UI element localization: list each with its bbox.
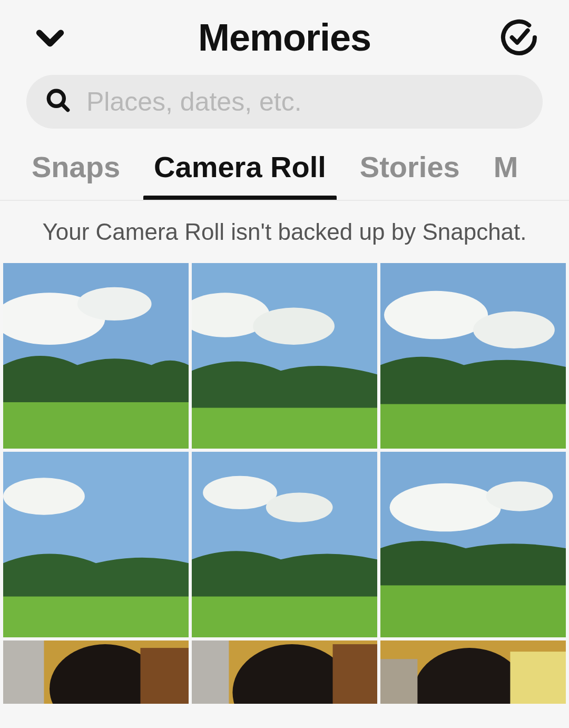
chevron-down-icon[interactable] [26, 19, 74, 56]
header: Memories [0, 0, 569, 70]
page-title: Memories [74, 16, 495, 59]
search-bar[interactable] [26, 75, 543, 129]
photo-thumbnail[interactable] [380, 263, 566, 449]
tab-snaps[interactable]: Snaps [32, 150, 120, 200]
svg-rect-35 [510, 652, 566, 704]
tab-camera-roll[interactable]: Camera Roll [154, 150, 326, 200]
search-icon [45, 88, 72, 116]
svg-point-18 [203, 476, 277, 509]
svg-point-22 [390, 483, 501, 532]
search-container [0, 70, 569, 139]
svg-point-12 [473, 312, 555, 348]
svg-rect-32 [333, 644, 377, 704]
photo-thumbnail[interactable] [192, 640, 377, 704]
photo-thumbnail[interactable] [3, 452, 189, 637]
checkmark-circle-icon[interactable] [495, 16, 543, 59]
search-input[interactable] [86, 86, 524, 117]
svg-rect-36 [380, 659, 417, 704]
photo-grid [0, 263, 569, 704]
photo-thumbnail[interactable] [192, 263, 377, 449]
svg-rect-20 [192, 597, 377, 637]
photo-thumbnail[interactable] [3, 640, 189, 704]
svg-point-8 [253, 307, 335, 344]
svg-line-1 [62, 104, 67, 110]
tab-more-partial[interactable]: M [494, 150, 518, 200]
svg-rect-24 [380, 585, 566, 637]
photo-thumbnail[interactable] [380, 640, 566, 704]
svg-point-23 [486, 481, 553, 511]
svg-point-19 [266, 492, 333, 522]
tab-stories[interactable]: Stories [360, 150, 460, 200]
svg-point-15 [3, 478, 85, 515]
svg-rect-13 [380, 404, 566, 449]
backup-notice: Your Camera Roll isn't backed up by Snap… [0, 201, 569, 263]
svg-rect-26 [3, 640, 44, 704]
photo-thumbnail[interactable] [380, 452, 566, 637]
svg-rect-28 [140, 648, 189, 704]
tabs: Snaps Camera Roll Stories M [0, 139, 569, 201]
photo-thumbnail[interactable] [3, 263, 189, 449]
photo-thumbnail[interactable] [192, 452, 377, 637]
svg-rect-9 [192, 408, 377, 449]
svg-rect-5 [3, 402, 189, 449]
svg-rect-16 [3, 597, 189, 637]
svg-rect-30 [192, 640, 229, 704]
svg-point-11 [384, 291, 488, 339]
svg-point-4 [77, 287, 152, 321]
